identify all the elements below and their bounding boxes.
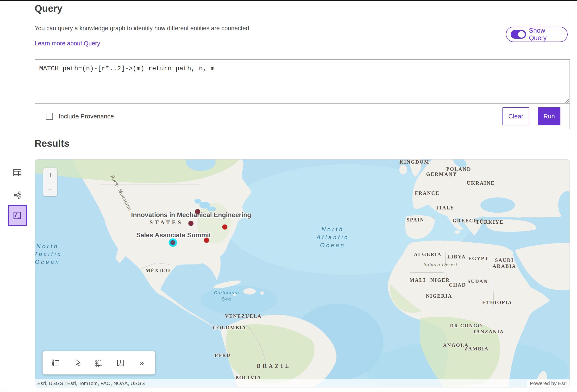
zoom-out-button[interactable]: − [43, 182, 57, 196]
toggle-switch-icon[interactable] [511, 30, 526, 39]
clear-button[interactable]: Clear [503, 107, 529, 125]
learn-more-link[interactable]: Learn more about Query [35, 40, 100, 47]
select-by-rectangle-button[interactable] [94, 358, 104, 368]
select-by-polygon-button[interactable] [115, 358, 126, 368]
query-footer: Include Provenance Clear Run [35, 104, 570, 129]
include-provenance-label: Include Provenance [59, 113, 114, 120]
map-marker[interactable] [204, 238, 209, 243]
select-by-rectangle-icon [94, 359, 103, 367]
show-query-label: Show Query [529, 27, 563, 42]
link-chart-icon [13, 191, 21, 199]
results-title: Results [35, 138, 70, 149]
query-page: Query You can query a knowledge graph to… [0, 0, 577, 392]
pointer-select-button[interactable] [72, 358, 82, 368]
map-marker[interactable] [195, 209, 200, 214]
map-zoom-control: + − [43, 168, 57, 196]
attribution-sources: Esri, USGS | Esri, TomTom, FAO, NOAA, US… [37, 381, 145, 386]
run-button[interactable]: Run [538, 107, 560, 125]
map-marker[interactable] [188, 221, 194, 226]
pointer-select-icon [73, 359, 81, 367]
map-view-button[interactable] [8, 205, 27, 226]
query-description: You can query a knowledge graph to ident… [35, 25, 251, 32]
map-icon [13, 212, 21, 219]
legend-list-icon [51, 359, 60, 367]
checkbox-icon[interactable] [46, 113, 53, 120]
zoom-in-button[interactable]: + [43, 168, 57, 182]
expand-toolbar-button[interactable]: » [137, 358, 147, 368]
query-editor-panel: MATCH path=(n)-[r*..2]->(m) return path,… [35, 59, 570, 129]
map-toolbar: » [42, 351, 155, 374]
show-query-toggle[interactable]: Show Query [506, 27, 568, 42]
query-actions: Clear Run [503, 107, 570, 125]
include-provenance-checkbox[interactable]: Include Provenance [46, 113, 114, 120]
map-marker[interactable] [222, 225, 227, 230]
map-marker-selected[interactable] [171, 240, 176, 245]
legend-list-button[interactable] [50, 358, 61, 368]
query-input[interactable]: MATCH path=(n)-[r*..2]->(m) return path,… [35, 60, 570, 103]
powered-by-esri: Powered by Esri [527, 380, 570, 387]
select-by-polygon-icon [116, 359, 125, 367]
toggle-knob [518, 31, 525, 38]
table-icon [13, 169, 21, 176]
page-title: Query [35, 3, 63, 14]
map-attribution: Esri, USGS | Esri, TomTom, FAO, NOAA, US… [35, 379, 570, 387]
map-viewport[interactable]: KINGDOMPOLANDGERMANYUKRAINEFRANCEITALYSP… [35, 159, 570, 388]
table-view-button[interactable] [11, 166, 24, 179]
expand-toolbar-icon: » [140, 359, 144, 367]
link-chart-view-button[interactable] [11, 189, 24, 201]
